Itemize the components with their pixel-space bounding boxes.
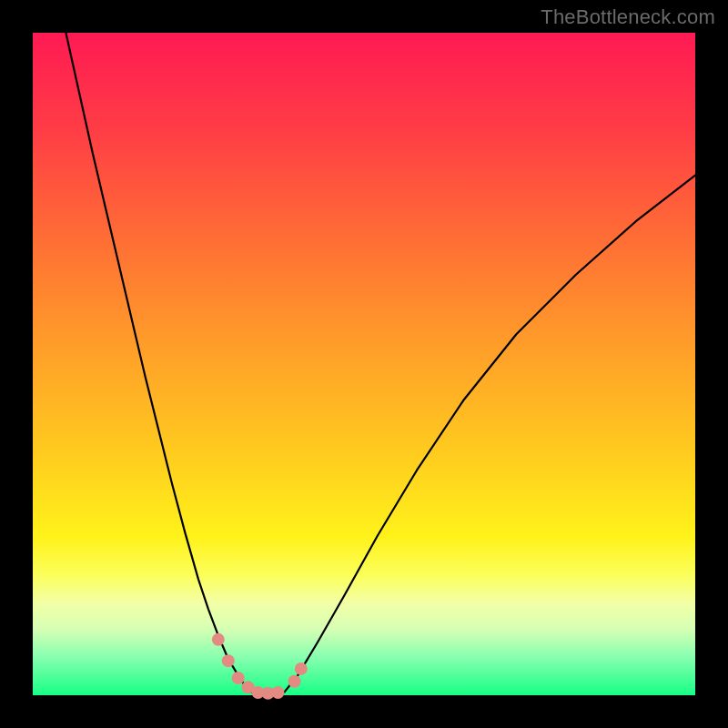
marker-group xyxy=(212,633,308,700)
marker-dot xyxy=(232,672,245,684)
bottleneck-curve xyxy=(66,33,695,694)
marker-dot xyxy=(222,654,235,667)
marker-dot xyxy=(212,633,225,646)
marker-dot xyxy=(271,686,284,699)
watermark-text: TheBottleneck.com xyxy=(541,5,715,29)
outer-frame: TheBottleneck.com xyxy=(0,0,728,728)
marker-dot xyxy=(288,675,301,688)
marker-dot xyxy=(295,662,308,675)
chart-overlay xyxy=(33,33,695,695)
